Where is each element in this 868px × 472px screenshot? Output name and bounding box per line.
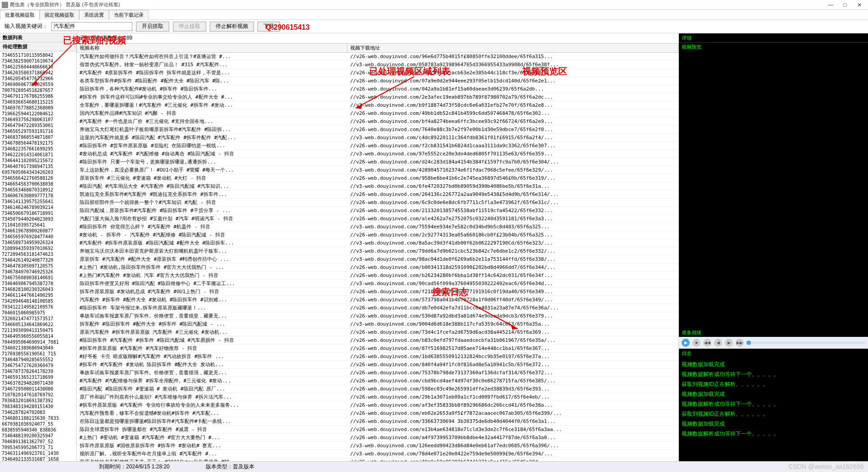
maximize-button[interactable]: □ [838, 0, 852, 9]
log-header: 日志 [679, 349, 868, 358]
expire-time: 到期时间：2024/6/15 1:28:20 [99, 463, 170, 471]
table-row[interactable]: #拆车件原装原版 #汽车配件 专业给行事故给专业的人未来更多服务...//v26… [77, 401, 678, 409]
media-player: ▶ ■ ◀◀ ◀ ▶ ▶▶ [679, 337, 868, 349]
table-row[interactable]: 陈田那些部件升一个就得换一整个？#汽车知识 #汽配 - 抖音//v26-web.… [77, 199, 678, 207]
table-row[interactable]: 视听涯厂解。,视听全车配件年在月接单上啦 #汽车配件 #...//v3-web.… [77, 450, 678, 458]
table-row[interactable]: 事故车试验车报废车原厂拆车件。价格便宜，质量很坚，藏要无...//v26-web… [77, 312, 678, 320]
table-row[interactable]: 国内汽车配件品牌#汽车知识 #汽酿 - 抖音//v26-web.douyinvo… [77, 109, 678, 118]
left-panel: 数据列表 待处理数据 7346551710115958042 734638259… [0, 33, 77, 461]
table-row[interactable]: #上热门 #变动机 #变速箱 #汽车配件 #官方大大要热门 #...//v26-… [77, 434, 678, 442]
table-row[interactable]: 拆车件原装原版 #发动机总成 #汽车配件 #OU1上热门 - 抖音//v26-w… [77, 288, 678, 296]
table-row[interactable]: 汽车配件如何做抖音？汽车配件如何在抖音上引流？#直播运营 #...//v26-w… [77, 53, 678, 61]
table-row[interactable]: #汽车配件 #汽配维修与保养 #拆车全用配件。#三元催化 #发动...//v26… [77, 377, 678, 385]
tab-download-log[interactable]: 当前下载记录 [109, 10, 149, 20]
table-row[interactable]: 原装拆车 #汽车配件 #配件大全 #原装拆车 #料蹲创作坊中心 ...//v3-… [77, 255, 678, 263]
prev-icon[interactable]: ◀◀ [703, 339, 711, 347]
table-row[interactable]: 汽车配件预售看，修车不会留遗憾#发动机#拆车件 #汽车配...//v26-web… [77, 409, 678, 418]
log-area[interactable]: 视频数据加载完成视频数据解析成功等待下一个。。。。。获取到视频ID正在解析。。。… [679, 358, 868, 461]
keyword-label: 输入视频关键词： [5, 23, 48, 30]
stop-button[interactable]: 停止提取 [173, 22, 206, 32]
table-row[interactable]: 汽车配件 #拆车件 #配件大全 #发动机 #陈田拆车件 #识别难...//v26… [77, 296, 678, 304]
center-panel: 已处理数据数量：189 视频名称 视频下载地址 汽车配件如何做抖音？汽车配件如何… [77, 33, 679, 461]
table-row[interactable]: 陈田拆车件便宜又好用 #陈田汽配 #陈田维修中心 #二手车搬运工...//v3-… [77, 280, 678, 288]
next-icon[interactable]: ▶▶ [736, 339, 744, 347]
qq-contact: Q:290615413 [266, 23, 310, 32]
table-row[interactable]: #陈田汽配 #汽车用品大全 #汽车配件 #陈田汽配城 #汽车知识...//v3-… [77, 182, 678, 191]
start-button[interactable]: 开启抓取 [136, 22, 169, 32]
counter-row: 已处理数据数量：189 [77, 33, 678, 43]
version-type: 版本类型：普及版本 [206, 463, 254, 471]
table-row[interactable]: #汽车配件 #一件也是出厂价 #三元催化 #支持全国各地...//v26-web… [77, 118, 678, 126]
table-row[interactable]: 原装拆车件 #三元催化 #变速箱 #发动机 #大灯 - 抖音//v26-web.… [77, 174, 678, 182]
close-button[interactable]: ✕ [853, 0, 866, 9]
log-line: 视频数据加载完成 [682, 359, 865, 369]
table-row[interactable]: 车上这款配件，真没必要换原厂！ #OU1小助手 #荣耀 #每天一个...//v3… [77, 166, 678, 174]
tab-fixed-extract[interactable]: 固定视频提取 [40, 10, 79, 20]
table-row[interactable]: #发动机总成 #汽车配件 #汽配维修 #自动离合 #陈田汽配城 - 抖音//v3… [77, 150, 678, 158]
table-row[interactable]: #汽车配件 #拆车件原装原版 #陈田汽配城 #配件大全 #陈田拆车...//v3… [77, 239, 678, 247]
video-table[interactable]: 视频名称 视频下载地址 汽车配件如何做抖音？汽车配件如何在抖音上引流？#直播运营… [77, 43, 678, 461]
minimize-button[interactable]: — [824, 0, 837, 9]
titlebar: 爬虫兽（专业抓取软件） 普及版 (不包含评论拓客) — □ ✕ [0, 0, 868, 10]
table-row[interactable]: #好爷爸 卡壳 暗皮版聊解#汽车配件 #汽动故拆音 #拆车件 ...//v26-… [77, 353, 678, 361]
keyword-input[interactable] [51, 22, 132, 31]
window-title: 爬虫兽（专业抓取软件） 普及版 (不包含评论拓客) [10, 1, 824, 8]
counter-value: 189 [123, 35, 132, 41]
tab-settings[interactable]: 系统设置 [79, 10, 109, 20]
log-line: 视频数据解析成功等待下一个。。。。。 [682, 369, 865, 379]
log-line: 视频数据加载完成 [682, 389, 865, 399]
table-row[interactable]: #陈田汽配 #陈田拆车件 #变速箱 # 发动机 #陈田汽配 原厂...//v26… [77, 385, 678, 393]
table-row[interactable]: #拆车件原装原版 #汽车配件 #汽车好物推荐 - 抖音//v26-web.dou… [77, 345, 678, 353]
id-list[interactable]: 7346551710115958042 7346382590071610674 … [0, 51, 76, 461]
table-row[interactable]: #陈田拆车件 你觉得怎么样？ #汽车配件 #机盖件 - 抖音//v3-web.d… [77, 223, 678, 231]
play-icon[interactable]: ▶ [682, 339, 690, 347]
table-row[interactable]: 奔驰宝马沃尔沃本田丰田雷克萨斯原装大灯前嘴机机盖叶子板车...//v3-web.… [77, 247, 678, 255]
video-preview [679, 51, 868, 328]
data-list-header: 数据列表 [0, 33, 76, 42]
table-row[interactable]: #上热门 #发动机,陈田拆车件拆车件 #官方大大优我热门 - ...//v26-… [77, 263, 678, 272]
table-row[interactable]: #陈田拆车件 #汽车配件 #拆车件 #陈田汽配城 #汽车易损件 - 抖音//v2… [77, 336, 678, 345]
rewind-icon[interactable]: ◀ [714, 339, 722, 347]
table-row[interactable]: 各类车型拆车件#拆车件 #陈田配件 #配件大全 #陈田汽车 #陈...//v26… [77, 77, 678, 85]
table-row[interactable]: 陈田全球震拆车件 拆哪里都在 #汽车配件 #减震 - 抖音//v26-web.d… [77, 426, 678, 434]
log-line: 获取到视频ID正在解析。。。。。。 [682, 409, 865, 419]
table-row[interactable]: #上热门#汽车配件 #发动机 汽车 #官方大大优我热门 - 抖音//v26-we… [77, 272, 678, 280]
table-row[interactable]: 陈田汽配城，原装拆车件#汽车配件 #陈田拆车件 #干货分享 - ...//v26… [77, 207, 678, 215]
table-row[interactable]: 这里的汽车配件就是多 #陈田汽配 #汽车配件 #拆车件配件 #汽配...//v3… [77, 134, 678, 142]
menubar: 批量视频提取 固定视频提取 系统设置 当前下载记录 [0, 10, 868, 20]
right-panel: 详细 视频预览 准备就绪 ▶ ■ ◀◀ ◀ ▶ ▶▶ 日志 视频数据加载完成视频… [679, 33, 868, 461]
table-row[interactable]: 原装汽车配件 #拆车件原装原版 汽车配件 #三元催化 #发动机...//v26-… [77, 328, 678, 336]
log-line: 获取到视频ID正在解析。。。。。。 [682, 379, 865, 389]
table-row[interactable]: 全车配件，要哪里拆哪里！#汽车配件 #三元催化 #拆车件 #发动...//v3-… [77, 101, 678, 109]
col-download-url[interactable]: 视频下载地址 [348, 44, 678, 53]
stop-parse-button[interactable]: 停止解析视频 [210, 22, 254, 32]
table-row[interactable]: #发动机 - 拆车件 - 汽车配件 #汽配维修 #陈田汽配城 - 抖音//v26… [77, 231, 678, 239]
table-row[interactable]: 陈田拆车件，各种汽车配件#发动机 #拆车件 #陈田拆车件...//v26-web… [77, 85, 678, 93]
table-row[interactable]: #汽车配件 #原装拆车件 #陈田拆车件 拆车件就是这样，不管是...//v26-… [77, 69, 678, 77]
stop-icon[interactable]: ■ [692, 339, 701, 347]
table-row[interactable]: 在陈田这里都是指哪里拆哪里#陈田拆车件#汽车配件#卡配一条线...//v26-w… [77, 418, 678, 426]
progress-slider[interactable] [746, 342, 865, 344]
statusbar: 到期时间：2024/6/15 1:28:20 版本类型：普及版本 [0, 461, 868, 472]
main: 数据列表 待处理数据 7346551710115958042 734638259… [0, 33, 868, 461]
table-row[interactable]: 汽配门里大揭入脸?用在有妙招 #宝盈什划 #汽车 #明涵汽车 - 抖音//v26… [77, 215, 678, 223]
table-row[interactable]: 拆车配件 #陈田拆车件 #配件大全 #拆车件 #陈田汽配城 - ...//v3-… [77, 320, 678, 328]
table-row[interactable]: 原厂件和副厂件到底有什么差别? #汽车维修与保养 #拆片法汽车...//v26-… [77, 393, 678, 401]
table-row[interactable]: 假冒伪劣汽车配件。转发一贴秒变原厂出品！ #315 #汽车配件...//v3-w… [77, 61, 678, 69]
tab-batch-extract[interactable]: 批量视频提取 [0, 10, 40, 20]
table-row[interactable]: #陈田拆车件 只要一个车架号，更换哪里拆哪里,通通拆拆...//v26-web.… [77, 158, 678, 166]
table-row[interactable]: 凯迪拉克全系拆车件#汽车配件 #凯迪拉克全系拆车件 #拆车件...//v26-w… [77, 191, 678, 199]
app-icon [2, 2, 8, 8]
table-row[interactable]: #陈田拆车件 车架号报过来,拆车件原装原版藏哪里！...//v26-web.do… [77, 304, 678, 312]
preview-header: 视频预览 [679, 42, 868, 51]
table-row[interactable]: 事故车试验车报废车原厂拆车件。价格便宜，质量很强，藏更无...//v26-web… [77, 369, 678, 377]
table-row[interactable]: #陈田拆车件 #货车件原装原版 #后险杠 在陈田哪怕是一根线...//v26-w… [77, 142, 678, 150]
forward-icon[interactable]: ▶ [725, 339, 733, 347]
table-row[interactable]: #拆车件 拆车件这样可以吗#专业的事交给专业的人 #配件大全 #...//v26… [77, 93, 678, 101]
table-row[interactable]: 奔驰宝马大灯尾灯机盖叶子板前嘴原装拆车件#汽车配件 #陈田拆...//v26-w… [77, 126, 678, 134]
table-row[interactable]: 拆车件原装原版 #国收原装拆车件 #拆车件 #发动机# 赛克...//v3-we… [77, 442, 678, 450]
counter-label: 已处理数据数量： [80, 35, 123, 41]
table-row[interactable]: #拆车件 #汽车配件 #发动机 陈田拆车件 #配件大全 发动机...//v26-… [77, 361, 678, 369]
table-row[interactable]: 面店老板的老车配件终于齐了,开工！ #2021年dou年年度优典 #时...//… [77, 458, 678, 462]
col-video-name[interactable]: 视频名称 [77, 44, 348, 53]
